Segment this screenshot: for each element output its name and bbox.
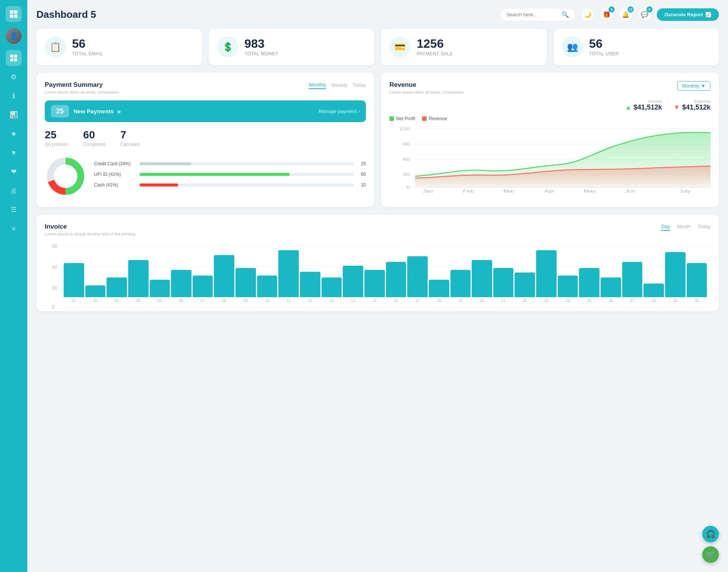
bar-11	[300, 272, 320, 297]
user-avatar[interactable]: 👤	[6, 28, 22, 44]
x-label-17: 17	[407, 299, 428, 303]
pbar-cash: Cash (41%) 10	[94, 182, 366, 188]
bar-18	[450, 270, 471, 297]
completed-label: Completed	[83, 142, 105, 147]
tab-payment-weekly[interactable]: Weekly	[331, 81, 347, 89]
sidebar-item-print[interactable]: 🖨	[6, 183, 22, 199]
bar-23	[558, 276, 578, 297]
sidebar-item-dashboard[interactable]	[6, 50, 22, 66]
sidebar-item-favorites[interactable]: ♥	[6, 145, 22, 161]
expense-value: ▼ $41,512k	[673, 103, 711, 111]
new-payments-label: New Payments	[74, 108, 121, 114]
svg-rect-0	[10, 10, 13, 14]
sidebar-item-menu[interactable]: ☰	[6, 202, 22, 218]
sidebar-item-starred[interactable]: ★	[6, 126, 22, 142]
sidebar-item-heart2[interactable]: ❤	[6, 164, 22, 180]
new-payments-dot	[118, 110, 121, 113]
income-icon: ▲	[625, 103, 632, 111]
generate-report-label: Generate Report	[664, 12, 703, 17]
float-chat-btn[interactable]: 🎧	[702, 526, 719, 542]
expense-item: Expense ▼ $41,512k	[673, 99, 711, 111]
x-label-09: 09	[235, 299, 256, 303]
tab-invoice-day[interactable]: Day	[661, 223, 670, 231]
completed-count: 60	[83, 129, 105, 141]
x-label-05: 05	[150, 299, 170, 303]
revenue-chart-svg: 120 90 60 30 0 Jan Feb Mar Apr May Jun J…	[389, 125, 711, 193]
headset-icon: 🎧	[706, 530, 715, 539]
bar-5	[171, 270, 191, 297]
trio-on-process: 25 On process	[45, 129, 68, 147]
generate-report-button[interactable]: Generate Report 📈	[657, 8, 719, 21]
stat-card-email: 📋 56 TOTAL EMAIL	[36, 29, 202, 65]
bar-25	[601, 277, 621, 297]
money-count: 983	[245, 38, 279, 50]
gift-badge: 2	[609, 6, 615, 13]
tab-payment-monthly[interactable]: Monthly	[309, 81, 326, 89]
revenue-chart-area: 120 90 60 30 0 Jan Feb Mar Apr May Jun J…	[389, 125, 711, 193]
chat-btn[interactable]: 💬 5	[638, 8, 651, 21]
bar-x-labels: 0102030405060708091011121314151617181920…	[64, 299, 707, 303]
tab-invoice-month[interactable]: Month	[677, 223, 690, 231]
header-right: 🔍 🌙 🎁 2 🔔 12 💬 5 Generate Report 📈	[500, 8, 719, 21]
x-label-16: 16	[386, 299, 406, 303]
invoice-subtitle: Lorem ipsum is simply dummy text of the …	[45, 232, 135, 236]
sidebar-item-settings[interactable]: ⚙	[6, 69, 22, 85]
pbar-cash-fill	[140, 183, 178, 186]
sidebar-item-info[interactable]: ℹ	[6, 88, 22, 104]
pbar-credit-fill	[140, 162, 191, 165]
x-label-20: 20	[472, 299, 492, 303]
tab-invoice-today[interactable]: Today	[697, 223, 711, 231]
payment-tabs: Monthly Weekly Today	[309, 81, 366, 89]
stat-payment-info: 1256 PAYMENT SALE	[417, 38, 453, 56]
stat-user-info: 56 TOTAL USER	[589, 38, 619, 56]
sidebar-item-analytics[interactable]: 📊	[6, 107, 22, 123]
revenue-monthly-btn[interactable]: Monthly ▼	[677, 81, 711, 91]
svg-text:Jun: Jun	[625, 189, 635, 193]
sidebar-item-list[interactable]: ≡	[6, 221, 22, 237]
bar-10	[278, 250, 299, 297]
on-process-count: 25	[45, 129, 68, 141]
legend-net-profit: Net Profit	[389, 116, 415, 121]
svg-rect-7	[14, 58, 17, 61]
pbar-upi-val: 60	[358, 172, 366, 177]
bar-24	[579, 268, 599, 298]
x-label-25: 25	[579, 299, 599, 303]
payment-panel-header: Payment Summary Lorem ipsum dolor sit am…	[45, 81, 366, 94]
svg-text:30: 30	[403, 172, 410, 177]
new-payments-left: 25 New Payments	[51, 105, 121, 118]
income-item: Income ▲ $41,512k	[625, 99, 662, 111]
sidebar-logo[interactable]	[6, 6, 22, 22]
search-input[interactable]	[506, 12, 559, 17]
stat-email-info: 56 TOTAL EMAIL	[72, 38, 103, 56]
x-label-10: 10	[257, 299, 278, 303]
invoice-tabs: Day Month Today	[661, 223, 711, 231]
bar-6	[193, 276, 213, 297]
theme-toggle-btn[interactable]: 🌙	[581, 8, 595, 21]
payment-panel-titles: Payment Summary Lorem ipsum dolor sit am…	[45, 81, 119, 94]
search-icon: 🔍	[562, 11, 569, 18]
bar-29	[687, 263, 707, 297]
bar-1	[85, 285, 106, 297]
gift-btn[interactable]: 🎁 2	[600, 8, 613, 21]
bar-19	[472, 260, 492, 297]
main-content: Dashboard 5 🔍 🌙 🎁 2 🔔 12 💬 5 Gen	[27, 0, 728, 572]
sidebar: 👤 ⚙ ℹ 📊 ★ ♥ ❤ 🖨 ☰ ≡	[0, 0, 27, 572]
new-payments-bar: 25 New Payments Manage payment ›	[45, 100, 366, 122]
email-label: TOTAL EMAIL	[72, 51, 103, 56]
x-label-18: 18	[429, 299, 449, 303]
manage-payment-link[interactable]: Manage payment ›	[318, 108, 360, 114]
bar-17	[429, 280, 449, 298]
expense-icon: ▼	[673, 103, 680, 111]
float-cart-btn[interactable]: 🛒	[702, 546, 719, 563]
payment-summary-title: Payment Summary	[45, 81, 119, 89]
bell-btn[interactable]: 🔔 12	[619, 8, 632, 21]
tab-payment-today[interactable]: Today	[353, 81, 366, 89]
revenue-monthly-label: Monthly	[682, 83, 700, 89]
x-label-26: 26	[601, 299, 621, 303]
email-count: 56	[72, 38, 103, 50]
pbar-credit-card: Credit Card (24%) 25	[94, 161, 366, 166]
pbar-credit-track	[140, 162, 354, 165]
pbar-upi-fill	[140, 173, 290, 176]
search-box[interactable]: 🔍	[500, 8, 576, 21]
pbar-upi-label: UPI ID (41%)	[94, 172, 136, 177]
